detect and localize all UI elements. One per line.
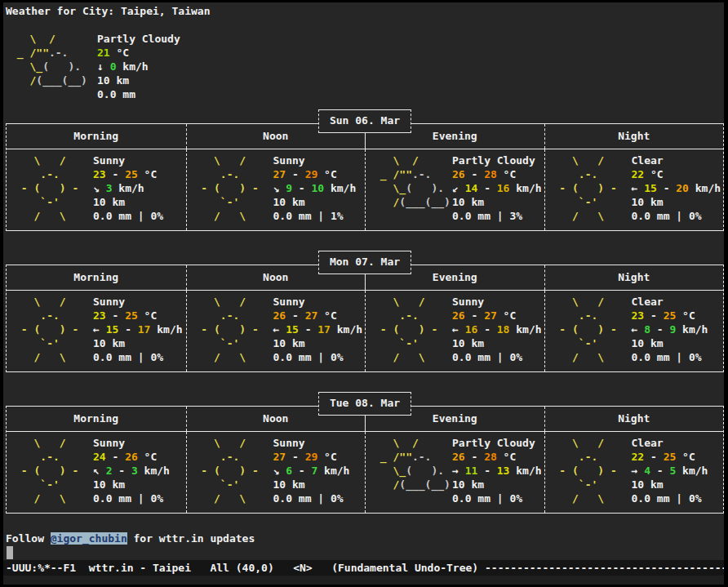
date-box: Tue 08. Mar bbox=[318, 392, 411, 416]
forecast-cell-noon: \ / .-. - ( ) - `-' / \Sunny 26 - 27 °C … bbox=[186, 291, 366, 371]
date-label: Tue 08. Mar bbox=[330, 397, 400, 409]
forecast-cell-morning: \ / .-. - ( ) - `-' / \Sunny 24 - 26 °C … bbox=[7, 432, 186, 513]
date-label: Sun 06. Mar bbox=[330, 114, 400, 127]
footer-suffix: for wttr.in updates bbox=[127, 532, 255, 545]
modeline: -UUU:%*--F1 wttr.in - Taipei All (40,0) … bbox=[3, 560, 724, 576]
forecast-info: Clear 22 °C ← 15 - 20 km/h 10 km 0.0 mm … bbox=[632, 153, 721, 223]
forecast-days: Sun 06. Mar MorningNoonEveningNight \ / … bbox=[6, 123, 724, 514]
forecast-info: Sunny 27 - 29 °C ↘ 9 - 10 km/h 10 km 0.0… bbox=[273, 153, 357, 223]
sunny-icon: \ / .-. - ( ) - `-' / \ bbox=[374, 295, 452, 364]
period-header-morning: Morning bbox=[7, 265, 186, 290]
forecast-cell-morning: \ / .-. - ( ) - `-' / \Sunny 23 - 25 °C … bbox=[7, 149, 186, 230]
forecast-cell-morning: \ / .-. - ( ) - `-' / \Sunny 23 - 25 °C … bbox=[7, 291, 186, 371]
period-header-night: Night bbox=[544, 265, 724, 290]
period-header-night: Night bbox=[544, 407, 724, 431]
wttr-buffer: Weather for City: Taipei, Taiwan \ / _ /… bbox=[3, 2, 724, 560]
sunny-icon: \ / .-. - ( ) - `-' / \ bbox=[195, 153, 273, 223]
forecast-cell-evening: \ / _ /"".-. \_( ). /(___(__)Partly Clou… bbox=[365, 149, 544, 230]
emacs-frame: Weather for City: Taipei, Taiwan \ / _ /… bbox=[3, 2, 724, 585]
forecast-day: Tue 08. Mar MorningNoonEveningNight \ / … bbox=[6, 406, 724, 514]
forecast-info: Sunny 24 - 26 °C ↖ 2 - 3 km/h 10 km 0.0 … bbox=[93, 436, 170, 505]
forecast-info: Sunny 26 - 27 °C ← 15 - 17 km/h 10 km 0.… bbox=[273, 295, 363, 364]
twitter-handle-link[interactable]: @igor_chubin bbox=[51, 532, 127, 545]
clear-icon: \ / .-. - ( ) - `-' / \ bbox=[553, 295, 632, 364]
forecast-info: Sunny 26 - 27 °C ← 16 - 18 km/h 10 km 0.… bbox=[452, 295, 542, 364]
forecast-info: Sunny 23 - 25 °C ↘ 3 km/h 10 km 0.0 mm |… bbox=[93, 153, 163, 223]
forecast-info: Partly Cloudy 26 - 28 °C → 11 - 13 km/h … bbox=[452, 436, 542, 505]
clear-icon: \ / .-. - ( ) - `-' / \ bbox=[553, 436, 632, 505]
forecast-cell-noon: \ / .-. - ( ) - `-' / \Sunny 27 - 29 °C … bbox=[186, 432, 366, 513]
forecast-info: Clear 22 - 25 °C → 4 - 5 km/h 10 km 0.0 … bbox=[632, 436, 708, 505]
sunny-icon: \ / .-. - ( ) - `-' / \ bbox=[15, 153, 93, 223]
forecast-info: Partly Cloudy 26 - 28 °C ↙ 14 - 16 km/h … bbox=[452, 153, 542, 223]
date-box: Mon 07. Mar bbox=[318, 251, 411, 274]
text-cursor[interactable] bbox=[7, 546, 13, 559]
forecast-day: Mon 07. Mar MorningNoonEveningNight \ / … bbox=[6, 265, 724, 372]
period-header-night: Night bbox=[544, 124, 724, 149]
footer-prefix: Follow bbox=[6, 532, 51, 545]
period-header-morning: Morning bbox=[7, 124, 186, 149]
current-conditions-info: Partly Cloudy 21 °C ↓ 0 km/h 10 km 0.0 m… bbox=[97, 32, 180, 101]
period-header-morning: Morning bbox=[7, 407, 186, 431]
partly-cloudy-icon: \ / _ /"".-. \_( ). /(___(__) bbox=[374, 436, 452, 505]
partly-cloudy-icon: \ / _ /"".-. \_( ). /(___(__) bbox=[374, 153, 452, 223]
forecast-info: Sunny 23 - 25 °C ← 15 - 17 km/h 10 km 0.… bbox=[93, 295, 183, 364]
sunny-icon: \ / .-. - ( ) - `-' / \ bbox=[15, 436, 93, 505]
forecast-body-row: \ / .-. - ( ) - `-' / \Sunny 23 - 25 °C … bbox=[7, 291, 723, 371]
partly-cloudy-icon: \ / _ /"".-. \_( ). /(___(__) bbox=[11, 32, 97, 101]
current-conditions: \ / _ /"".-. \_( ). /(___(__) Partly Clo… bbox=[6, 32, 724, 101]
forecast-cell-night: \ / .-. - ( ) - `-' / \Clear 23 - 25 °C … bbox=[544, 291, 724, 371]
forecast-body-row: \ / .-. - ( ) - `-' / \Sunny 24 - 26 °C … bbox=[7, 432, 723, 513]
forecast-cell-night: \ / .-. - ( ) - `-' / \Clear 22 - 25 °C … bbox=[544, 432, 724, 513]
sunny-icon: \ / .-. - ( ) - `-' / \ bbox=[195, 295, 273, 364]
forecast-body-row: \ / .-. - ( ) - `-' / \Sunny 23 - 25 °C … bbox=[7, 149, 723, 230]
date-label: Mon 07. Mar bbox=[330, 256, 400, 268]
sunny-icon: \ / .-. - ( ) - `-' / \ bbox=[195, 436, 273, 505]
clear-icon: \ / .-. - ( ) - `-' / \ bbox=[553, 153, 632, 223]
forecast-cell-night: \ / .-. - ( ) - `-' / \Clear 22 °C ← 15 … bbox=[544, 149, 724, 230]
forecast-cell-noon: \ / .-. - ( ) - `-' / \Sunny 27 - 29 °C … bbox=[186, 149, 366, 230]
date-box: Sun 06. Mar bbox=[318, 109, 411, 133]
forecast-cell-evening: \ / _ /"".-. \_( ). /(___(__)Partly Clou… bbox=[365, 432, 544, 513]
sunny-icon: \ / .-. - ( ) - `-' / \ bbox=[15, 295, 93, 364]
forecast-cell-evening: \ / .-. - ( ) - `-' / \Sunny 26 - 27 °C … bbox=[365, 291, 544, 371]
forecast-info: Clear 23 - 25 °C ← 8 - 9 km/h 10 km 0.0 … bbox=[632, 295, 708, 364]
forecast-day: Sun 06. Mar MorningNoonEveningNight \ / … bbox=[6, 123, 724, 231]
footer-line: Follow @igor_chubin for wttr.in updates bbox=[6, 531, 724, 545]
forecast-info: Sunny 27 - 29 °C ↘ 6 - 7 km/h 10 km 0.0 … bbox=[273, 436, 350, 505]
echo-area[interactable] bbox=[3, 576, 724, 585]
page-title: Weather for City: Taipei, Taiwan bbox=[6, 4, 724, 18]
